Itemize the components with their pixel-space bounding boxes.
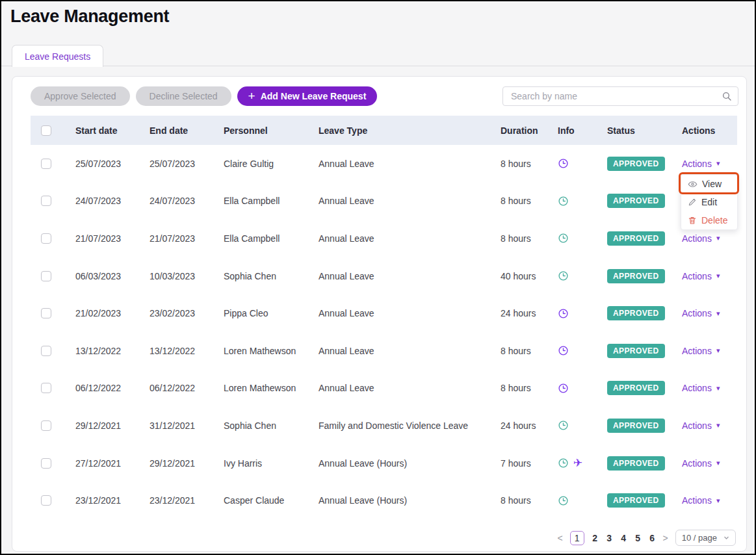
end-date-cell: 06/12/2022 bbox=[139, 383, 213, 393]
menu-item-label: Delete bbox=[701, 215, 727, 226]
end-date-cell: 23/02/2023 bbox=[139, 308, 213, 318]
row-checkbox[interactable] bbox=[41, 458, 51, 469]
leave-management-screen: Leave Management Leave Requests Approve … bbox=[0, 0, 756, 555]
chevron-down-icon bbox=[723, 534, 730, 541]
page-size-select[interactable]: 10 / page bbox=[675, 530, 736, 546]
table-row: 06/12/2022 06/12/2022 Loren Mathewson An… bbox=[31, 370, 737, 407]
row-checkbox[interactable] bbox=[41, 196, 51, 206]
row-actions-button[interactable]: Actions▾ bbox=[682, 159, 720, 169]
row-checkbox[interactable] bbox=[41, 271, 51, 281]
duration-cell: 8 hours bbox=[490, 495, 547, 506]
status-badge: APPROVED bbox=[607, 231, 665, 246]
chevron-down-icon: ▾ bbox=[716, 234, 720, 242]
row-checkbox[interactable] bbox=[41, 495, 51, 506]
chevron-down-icon: ▾ bbox=[716, 309, 720, 318]
page-2-button[interactable]: 2 bbox=[592, 533, 599, 543]
row-actions-button[interactable]: Actions▾ bbox=[682, 458, 720, 469]
decline-selected-button[interactable]: Decline Selected bbox=[136, 86, 231, 106]
tab-leave-requests[interactable]: Leave Requests bbox=[12, 45, 103, 67]
row-checkbox[interactable] bbox=[41, 159, 51, 169]
personnel-cell: Claire Gultig bbox=[213, 159, 308, 169]
duration-cell: 24 hours bbox=[490, 420, 547, 431]
start-date-cell: 27/12/2021 bbox=[65, 458, 139, 469]
status-badge: APPROVED bbox=[607, 381, 665, 395]
menu-item-label: Edit bbox=[701, 197, 717, 207]
table-row: 06/03/2023 10/03/2023 Sophia Chen Annual… bbox=[31, 257, 737, 295]
start-date-cell: 13/12/2022 bbox=[65, 346, 139, 356]
status-badge: APPROVED bbox=[607, 456, 665, 471]
approve-selected-button[interactable]: Approve Selected bbox=[31, 86, 130, 106]
add-button-label: Add New Leave Request bbox=[261, 91, 367, 101]
pagination: < 123456 > 10 / page bbox=[557, 530, 736, 546]
chevron-down-icon: ▾ bbox=[716, 159, 720, 168]
table-row: 27/12/2021 29/12/2021 Ivy Harris Annual … bbox=[31, 445, 737, 482]
row-checkbox[interactable] bbox=[41, 383, 51, 393]
start-date-cell: 29/12/2021 bbox=[65, 420, 139, 431]
row-actions-button[interactable]: Actions▾ bbox=[682, 233, 720, 244]
search-icon bbox=[722, 91, 738, 101]
personnel-cell: Ella Campbell bbox=[213, 196, 308, 206]
info-cell bbox=[547, 158, 597, 169]
column-header-start-date: Start date bbox=[65, 125, 139, 136]
search-input[interactable] bbox=[503, 91, 722, 101]
table-row: 23/12/2021 23/12/2021 Casper Claude Annu… bbox=[31, 482, 737, 519]
duration-cell: 24 hours bbox=[490, 308, 547, 318]
row-checkbox[interactable] bbox=[41, 420, 51, 431]
row-actions-button[interactable]: Actions▾ bbox=[682, 383, 720, 393]
duration-cell: 8 hours bbox=[490, 233, 547, 244]
info-cell bbox=[547, 383, 597, 394]
personnel-cell: Casper Claude bbox=[213, 495, 308, 506]
personnel-cell: Ivy Harris bbox=[213, 458, 308, 469]
leave-type-cell: Annual Leave bbox=[308, 159, 490, 169]
row-actions-button[interactable]: Actions▾ bbox=[682, 420, 720, 431]
row-checkbox[interactable] bbox=[41, 233, 51, 244]
page-1-button[interactable]: 1 bbox=[570, 531, 584, 545]
clock-icon bbox=[558, 308, 569, 319]
row-actions-button[interactable]: Actions▾ bbox=[682, 495, 720, 506]
info-cell bbox=[547, 345, 597, 356]
menu-item-label: View bbox=[702, 179, 722, 189]
end-date-cell: 13/12/2022 bbox=[139, 346, 213, 356]
plane-icon: ✈ bbox=[573, 458, 582, 469]
menu-item-view[interactable]: View bbox=[681, 175, 737, 193]
row-actions-menu: ViewEditDelete bbox=[681, 174, 738, 230]
menu-item-edit[interactable]: Edit bbox=[681, 193, 737, 211]
info-cell bbox=[547, 420, 597, 431]
duration-cell: 40 hours bbox=[490, 271, 547, 281]
prev-page-button[interactable]: < bbox=[557, 533, 562, 543]
leave-type-cell: Annual Leave (Hours) bbox=[308, 458, 490, 469]
clock-icon bbox=[558, 383, 569, 394]
clock-icon bbox=[558, 495, 569, 506]
pencil-icon bbox=[688, 198, 697, 207]
personnel-cell: Loren Mathewson bbox=[213, 346, 308, 356]
toolbar: Approve Selected Decline Selected + Add … bbox=[31, 86, 377, 106]
next-page-button[interactable]: > bbox=[663, 533, 668, 543]
page-5-button[interactable]: 5 bbox=[634, 533, 642, 543]
column-header-personnel: Personnel bbox=[213, 125, 308, 136]
leave-type-cell: Family and Domestic Violence Leave bbox=[308, 420, 490, 431]
select-all-checkbox[interactable] bbox=[41, 125, 51, 136]
page-3-button[interactable]: 3 bbox=[606, 533, 613, 543]
menu-item-delete[interactable]: Delete bbox=[681, 211, 737, 229]
row-actions-button[interactable]: Actions▾ bbox=[682, 271, 720, 281]
info-cell: ✈ bbox=[547, 458, 597, 469]
leave-type-cell: Annual Leave bbox=[308, 308, 490, 318]
personnel-cell: Pippa Cleo bbox=[213, 308, 308, 318]
row-actions-button[interactable]: Actions▾ bbox=[682, 346, 720, 356]
row-actions-button[interactable]: Actions▾ bbox=[682, 308, 720, 318]
end-date-cell: 23/12/2021 bbox=[139, 495, 213, 506]
page-4-button[interactable]: 4 bbox=[620, 533, 627, 543]
table-row: 29/12/2021 31/12/2021 Sophia Chen Family… bbox=[31, 407, 737, 445]
chevron-down-icon: ▾ bbox=[716, 421, 720, 430]
info-cell bbox=[547, 495, 597, 506]
row-checkbox[interactable] bbox=[41, 308, 51, 318]
table-row: 21/07/2023 21/07/2023 Ella Campbell Annu… bbox=[31, 220, 737, 257]
page-6-button[interactable]: 6 bbox=[649, 533, 656, 543]
end-date-cell: 29/12/2021 bbox=[139, 458, 213, 469]
add-new-leave-request-button[interactable]: + Add New Leave Request bbox=[237, 86, 378, 106]
clock-icon bbox=[558, 233, 569, 244]
personnel-cell: Sophia Chen bbox=[213, 420, 308, 431]
info-cell bbox=[547, 308, 597, 319]
row-checkbox[interactable] bbox=[41, 346, 51, 356]
start-date-cell: 06/12/2022 bbox=[65, 383, 139, 393]
